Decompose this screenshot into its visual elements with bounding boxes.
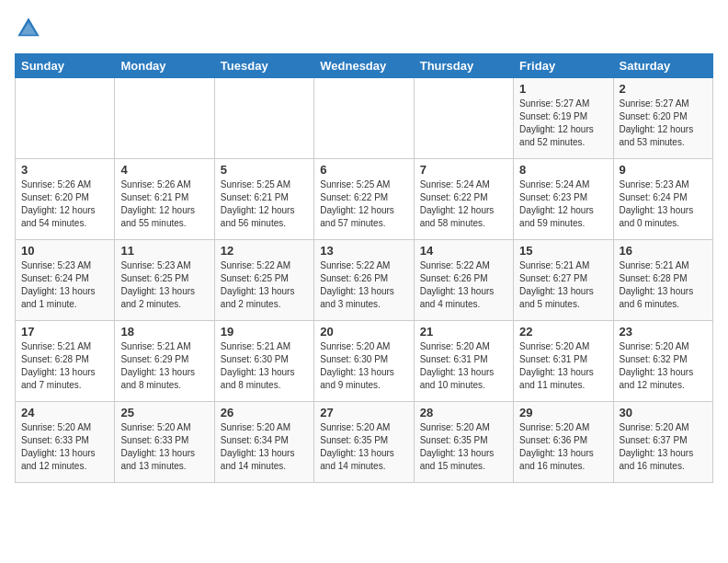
day-cell: 7Sunrise: 5:24 AM Sunset: 6:22 PM Daylig… <box>414 159 513 240</box>
day-number: 6 <box>320 163 407 177</box>
week-row-3: 10Sunrise: 5:23 AM Sunset: 6:24 PM Dayli… <box>16 240 713 321</box>
logo <box>15 15 46 42</box>
day-number: 1 <box>519 82 607 96</box>
header-row: SundayMondayTuesdayWednesdayThursdayFrid… <box>16 54 713 78</box>
day-number: 5 <box>221 163 308 177</box>
day-cell: 25Sunrise: 5:20 AM Sunset: 6:33 PM Dayli… <box>115 402 214 483</box>
day-header-monday: Monday <box>115 54 214 78</box>
day-cell: 16Sunrise: 5:21 AM Sunset: 6:28 PM Dayli… <box>613 240 712 321</box>
day-info: Sunrise: 5:22 AM Sunset: 6:25 PM Dayligh… <box>221 259 308 311</box>
day-number: 13 <box>320 244 407 258</box>
day-info: Sunrise: 5:21 AM Sunset: 6:27 PM Dayligh… <box>519 259 607 311</box>
day-cell: 12Sunrise: 5:22 AM Sunset: 6:25 PM Dayli… <box>214 240 313 321</box>
day-cell: 19Sunrise: 5:21 AM Sunset: 6:30 PM Dayli… <box>214 321 313 402</box>
day-number: 29 <box>519 406 607 419</box>
day-info: Sunrise: 5:23 AM Sunset: 6:24 PM Dayligh… <box>620 178 707 230</box>
day-info: Sunrise: 5:21 AM Sunset: 6:28 PM Dayligh… <box>620 259 707 311</box>
day-cell: 3Sunrise: 5:26 AM Sunset: 6:20 PM Daylig… <box>16 159 115 240</box>
day-info: Sunrise: 5:24 AM Sunset: 6:22 PM Dayligh… <box>420 178 507 230</box>
day-cell <box>16 78 115 159</box>
day-info: Sunrise: 5:20 AM Sunset: 6:36 PM Dayligh… <box>519 421 607 473</box>
day-info: Sunrise: 5:25 AM Sunset: 6:21 PM Dayligh… <box>221 178 308 230</box>
week-row-5: 24Sunrise: 5:20 AM Sunset: 6:33 PM Dayli… <box>16 402 713 483</box>
day-number: 25 <box>120 406 208 419</box>
day-cell: 28Sunrise: 5:20 AM Sunset: 6:35 PM Dayli… <box>414 402 513 483</box>
day-info: Sunrise: 5:20 AM Sunset: 6:37 PM Dayligh… <box>620 421 707 473</box>
day-number: 20 <box>320 325 407 339</box>
day-cell: 17Sunrise: 5:21 AM Sunset: 6:28 PM Dayli… <box>16 321 115 402</box>
day-number: 26 <box>221 406 308 419</box>
day-info: Sunrise: 5:23 AM Sunset: 6:24 PM Dayligh… <box>21 259 108 311</box>
day-info: Sunrise: 5:26 AM Sunset: 6:20 PM Dayligh… <box>21 178 108 230</box>
day-info: Sunrise: 5:20 AM Sunset: 6:34 PM Dayligh… <box>221 421 308 473</box>
day-number: 22 <box>519 325 607 339</box>
day-cell: 20Sunrise: 5:20 AM Sunset: 6:30 PM Dayli… <box>314 321 414 402</box>
day-number: 4 <box>120 163 208 177</box>
day-info: Sunrise: 5:27 AM Sunset: 6:20 PM Dayligh… <box>620 98 707 149</box>
day-info: Sunrise: 5:22 AM Sunset: 6:26 PM Dayligh… <box>320 259 407 311</box>
day-number: 19 <box>221 325 308 339</box>
day-cell: 11Sunrise: 5:23 AM Sunset: 6:25 PM Dayli… <box>115 240 214 321</box>
day-header-saturday: Saturday <box>613 54 712 78</box>
day-info: Sunrise: 5:20 AM Sunset: 6:30 PM Dayligh… <box>320 340 407 392</box>
day-number: 3 <box>21 163 108 177</box>
day-number: 16 <box>620 244 707 258</box>
day-cell: 5Sunrise: 5:25 AM Sunset: 6:21 PM Daylig… <box>214 159 313 240</box>
week-row-4: 17Sunrise: 5:21 AM Sunset: 6:28 PM Dayli… <box>16 321 713 402</box>
day-info: Sunrise: 5:20 AM Sunset: 6:35 PM Dayligh… <box>320 421 407 473</box>
day-number: 27 <box>320 406 407 419</box>
logo-icon <box>15 15 42 42</box>
day-number: 10 <box>21 244 108 258</box>
day-number: 21 <box>420 325 507 339</box>
day-cell: 4Sunrise: 5:26 AM Sunset: 6:21 PM Daylig… <box>115 159 214 240</box>
day-info: Sunrise: 5:20 AM Sunset: 6:31 PM Dayligh… <box>519 340 607 392</box>
day-number: 15 <box>519 244 607 258</box>
day-cell <box>115 78 214 159</box>
day-number: 9 <box>620 163 707 177</box>
day-number: 18 <box>120 325 208 339</box>
day-info: Sunrise: 5:21 AM Sunset: 6:28 PM Dayligh… <box>21 340 108 392</box>
day-info: Sunrise: 5:21 AM Sunset: 6:29 PM Dayligh… <box>120 340 208 392</box>
day-number: 11 <box>120 244 208 258</box>
day-cell <box>314 78 414 159</box>
day-cell: 14Sunrise: 5:22 AM Sunset: 6:26 PM Dayli… <box>414 240 513 321</box>
day-number: 17 <box>21 325 108 339</box>
day-cell <box>214 78 313 159</box>
day-info: Sunrise: 5:24 AM Sunset: 6:23 PM Dayligh… <box>519 178 607 230</box>
page-header <box>15 15 713 42</box>
day-cell: 23Sunrise: 5:20 AM Sunset: 6:32 PM Dayli… <box>613 321 712 402</box>
day-number: 23 <box>620 325 707 339</box>
day-header-friday: Friday <box>514 54 613 78</box>
day-info: Sunrise: 5:26 AM Sunset: 6:21 PM Dayligh… <box>120 178 208 230</box>
day-cell: 1Sunrise: 5:27 AM Sunset: 6:19 PM Daylig… <box>514 78 613 159</box>
week-row-1: 1Sunrise: 5:27 AM Sunset: 6:19 PM Daylig… <box>16 78 713 159</box>
day-number: 30 <box>620 406 707 419</box>
week-row-2: 3Sunrise: 5:26 AM Sunset: 6:20 PM Daylig… <box>16 159 713 240</box>
day-cell: 30Sunrise: 5:20 AM Sunset: 6:37 PM Dayli… <box>613 402 712 483</box>
day-info: Sunrise: 5:27 AM Sunset: 6:19 PM Dayligh… <box>519 98 607 149</box>
day-info: Sunrise: 5:20 AM Sunset: 6:33 PM Dayligh… <box>21 421 108 473</box>
day-info: Sunrise: 5:20 AM Sunset: 6:33 PM Dayligh… <box>120 421 208 473</box>
day-info: Sunrise: 5:20 AM Sunset: 6:35 PM Dayligh… <box>420 421 507 473</box>
day-number: 12 <box>221 244 308 258</box>
calendar-table: SundayMondayTuesdayWednesdayThursdayFrid… <box>15 53 713 483</box>
day-cell: 9Sunrise: 5:23 AM Sunset: 6:24 PM Daylig… <box>613 159 712 240</box>
day-info: Sunrise: 5:21 AM Sunset: 6:30 PM Dayligh… <box>221 340 308 392</box>
day-number: 8 <box>519 163 607 177</box>
day-cell: 27Sunrise: 5:20 AM Sunset: 6:35 PM Dayli… <box>314 402 414 483</box>
day-info: Sunrise: 5:25 AM Sunset: 6:22 PM Dayligh… <box>320 178 407 230</box>
day-info: Sunrise: 5:23 AM Sunset: 6:25 PM Dayligh… <box>120 259 208 311</box>
day-cell: 29Sunrise: 5:20 AM Sunset: 6:36 PM Dayli… <box>514 402 613 483</box>
day-cell: 26Sunrise: 5:20 AM Sunset: 6:34 PM Dayli… <box>214 402 313 483</box>
day-cell: 13Sunrise: 5:22 AM Sunset: 6:26 PM Dayli… <box>314 240 414 321</box>
day-cell: 8Sunrise: 5:24 AM Sunset: 6:23 PM Daylig… <box>514 159 613 240</box>
day-info: Sunrise: 5:20 AM Sunset: 6:31 PM Dayligh… <box>420 340 507 392</box>
day-header-tuesday: Tuesday <box>214 54 313 78</box>
day-cell: 6Sunrise: 5:25 AM Sunset: 6:22 PM Daylig… <box>314 159 414 240</box>
day-cell: 24Sunrise: 5:20 AM Sunset: 6:33 PM Dayli… <box>16 402 115 483</box>
day-info: Sunrise: 5:20 AM Sunset: 6:32 PM Dayligh… <box>620 340 707 392</box>
day-header-sunday: Sunday <box>16 54 115 78</box>
day-number: 14 <box>420 244 507 258</box>
day-cell: 2Sunrise: 5:27 AM Sunset: 6:20 PM Daylig… <box>613 78 712 159</box>
day-cell: 21Sunrise: 5:20 AM Sunset: 6:31 PM Dayli… <box>414 321 513 402</box>
